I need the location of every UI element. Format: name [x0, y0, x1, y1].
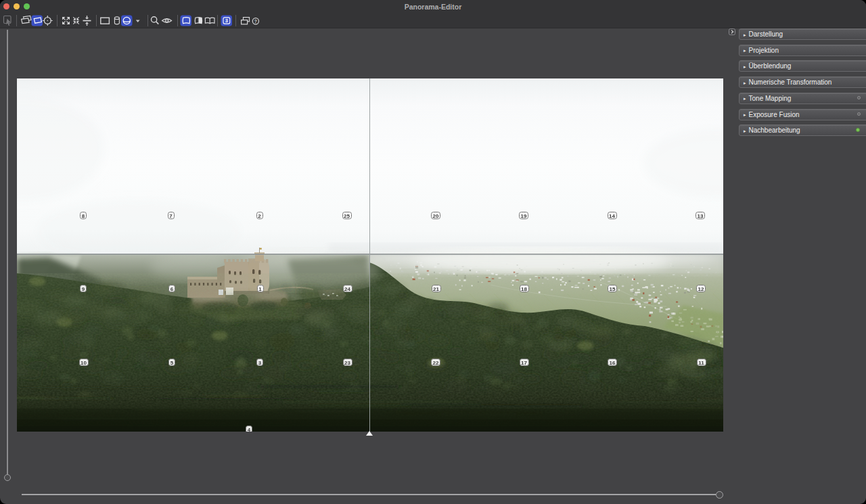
svg-text:3: 3 [225, 18, 228, 24]
svg-text:?: ? [254, 19, 257, 24]
